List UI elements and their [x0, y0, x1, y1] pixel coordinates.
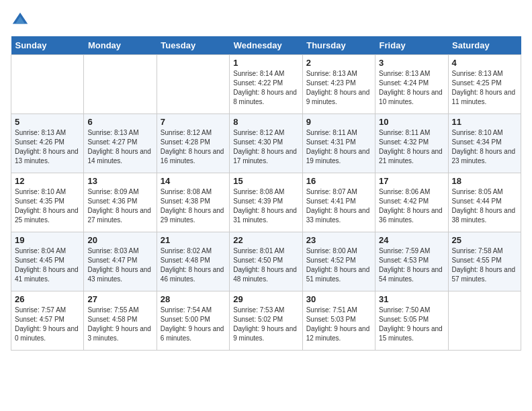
weekday-header-wednesday: Wednesday	[230, 36, 302, 55]
logo	[11, 11, 32, 30]
day-number: 27	[87, 294, 152, 304]
calendar-cell: 24Sunrise: 7:59 AM Sunset: 4:53 PM Dayli…	[375, 232, 448, 291]
calendar-cell: 13Sunrise: 8:09 AM Sunset: 4:36 PM Dayli…	[84, 173, 157, 232]
calendar-cell: 8Sunrise: 8:12 AM Sunset: 4:30 PM Daylig…	[230, 114, 302, 173]
day-number: 22	[233, 235, 298, 245]
day-info: Sunrise: 8:07 AM Sunset: 4:41 PM Dayligh…	[306, 187, 371, 225]
day-number: 4	[452, 58, 517, 68]
calendar-cell: 22Sunrise: 8:01 AM Sunset: 4:50 PM Dayli…	[230, 232, 302, 291]
day-number: 2	[306, 58, 371, 68]
day-info: Sunrise: 8:13 AM Sunset: 4:27 PM Dayligh…	[87, 128, 152, 166]
calendar-cell: 29Sunrise: 7:53 AM Sunset: 5:02 PM Dayli…	[230, 291, 302, 351]
calendar-cell: 25Sunrise: 7:58 AM Sunset: 4:55 PM Dayli…	[448, 232, 521, 291]
weekday-header-tuesday: Tuesday	[157, 36, 229, 55]
day-number: 6	[87, 117, 152, 127]
calendar-cell: 7Sunrise: 8:12 AM Sunset: 4:28 PM Daylig…	[157, 114, 229, 173]
calendar-cell	[11, 55, 84, 114]
weekday-header-thursday: Thursday	[302, 36, 375, 55]
day-number: 29	[233, 294, 298, 304]
calendar-cell: 6Sunrise: 8:13 AM Sunset: 4:27 PM Daylig…	[84, 114, 157, 173]
day-info: Sunrise: 8:00 AM Sunset: 4:52 PM Dayligh…	[306, 246, 371, 284]
day-number: 20	[87, 235, 152, 245]
calendar-cell: 2Sunrise: 8:13 AM Sunset: 4:23 PM Daylig…	[302, 55, 375, 114]
calendar-cell: 5Sunrise: 8:13 AM Sunset: 4:26 PM Daylig…	[11, 114, 84, 173]
day-info: Sunrise: 7:59 AM Sunset: 4:53 PM Dayligh…	[379, 246, 444, 284]
calendar-cell: 4Sunrise: 8:13 AM Sunset: 4:25 PM Daylig…	[448, 55, 521, 114]
calendar-cell: 1Sunrise: 8:14 AM Sunset: 4:22 PM Daylig…	[230, 55, 302, 114]
weekday-header-friday: Friday	[375, 36, 448, 55]
day-info: Sunrise: 8:01 AM Sunset: 4:50 PM Dayligh…	[233, 246, 298, 284]
calendar-cell: 3Sunrise: 8:13 AM Sunset: 4:24 PM Daylig…	[375, 55, 448, 114]
weekday-header-sunday: Sunday	[11, 36, 84, 55]
day-info: Sunrise: 8:13 AM Sunset: 4:23 PM Dayligh…	[306, 69, 371, 107]
day-number: 15	[233, 176, 298, 186]
logo-icon	[11, 11, 30, 30]
calendar-week-row: 12Sunrise: 8:10 AM Sunset: 4:35 PM Dayli…	[11, 173, 521, 232]
day-number: 31	[379, 294, 444, 304]
calendar-cell: 31Sunrise: 7:50 AM Sunset: 5:05 PM Dayli…	[375, 291, 448, 351]
day-number: 5	[15, 117, 80, 127]
day-number: 28	[161, 294, 226, 304]
day-info: Sunrise: 8:09 AM Sunset: 4:36 PM Dayligh…	[87, 187, 152, 225]
calendar-cell: 30Sunrise: 7:51 AM Sunset: 5:03 PM Dayli…	[302, 291, 375, 351]
calendar-cell: 14Sunrise: 8:08 AM Sunset: 4:38 PM Dayli…	[157, 173, 229, 232]
day-info: Sunrise: 8:02 AM Sunset: 4:48 PM Dayligh…	[161, 246, 226, 284]
calendar-cell: 12Sunrise: 8:10 AM Sunset: 4:35 PM Dayli…	[11, 173, 84, 232]
calendar-cell	[448, 291, 521, 351]
day-number: 3	[379, 58, 444, 68]
day-info: Sunrise: 7:58 AM Sunset: 4:55 PM Dayligh…	[452, 246, 517, 284]
day-info: Sunrise: 8:13 AM Sunset: 4:25 PM Dayligh…	[452, 69, 517, 107]
day-number: 18	[452, 176, 517, 186]
calendar-cell: 15Sunrise: 8:08 AM Sunset: 4:39 PM Dayli…	[230, 173, 302, 232]
day-info: Sunrise: 8:05 AM Sunset: 4:44 PM Dayligh…	[452, 187, 517, 225]
day-info: Sunrise: 8:13 AM Sunset: 4:26 PM Dayligh…	[15, 128, 80, 166]
calendar-cell: 23Sunrise: 8:00 AM Sunset: 4:52 PM Dayli…	[302, 232, 375, 291]
day-info: Sunrise: 8:12 AM Sunset: 4:28 PM Dayligh…	[161, 128, 226, 166]
day-number: 1	[233, 58, 298, 68]
day-info: Sunrise: 8:10 AM Sunset: 4:34 PM Dayligh…	[452, 128, 517, 166]
day-info: Sunrise: 7:54 AM Sunset: 5:00 PM Dayligh…	[161, 306, 226, 343]
calendar-week-row: 19Sunrise: 8:04 AM Sunset: 4:45 PM Dayli…	[11, 232, 521, 291]
calendar-week-row: 5Sunrise: 8:13 AM Sunset: 4:26 PM Daylig…	[11, 114, 521, 173]
day-info: Sunrise: 8:04 AM Sunset: 4:45 PM Dayligh…	[15, 246, 80, 284]
day-info: Sunrise: 8:08 AM Sunset: 4:39 PM Dayligh…	[233, 187, 298, 225]
day-number: 17	[379, 176, 444, 186]
day-number: 24	[379, 235, 444, 245]
day-number: 23	[306, 235, 371, 245]
calendar-cell: 17Sunrise: 8:06 AM Sunset: 4:42 PM Dayli…	[375, 173, 448, 232]
calendar-cell	[84, 55, 157, 114]
weekday-header-row: SundayMondayTuesdayWednesdayThursdayFrid…	[11, 36, 521, 55]
calendar-cell: 21Sunrise: 8:02 AM Sunset: 4:48 PM Dayli…	[157, 232, 229, 291]
calendar-cell: 18Sunrise: 8:05 AM Sunset: 4:44 PM Dayli…	[448, 173, 521, 232]
day-number: 9	[306, 117, 371, 127]
page-header	[11, 11, 521, 30]
calendar-cell: 11Sunrise: 8:10 AM Sunset: 4:34 PM Dayli…	[448, 114, 521, 173]
calendar-cell: 27Sunrise: 7:55 AM Sunset: 4:58 PM Dayli…	[84, 291, 157, 351]
day-number: 12	[15, 176, 80, 186]
day-number: 8	[233, 117, 298, 127]
day-info: Sunrise: 7:55 AM Sunset: 4:58 PM Dayligh…	[87, 306, 152, 343]
calendar-week-row: 1Sunrise: 8:14 AM Sunset: 4:22 PM Daylig…	[11, 55, 521, 114]
calendar-cell: 9Sunrise: 8:11 AM Sunset: 4:31 PM Daylig…	[302, 114, 375, 173]
calendar-week-row: 26Sunrise: 7:57 AM Sunset: 4:57 PM Dayli…	[11, 291, 521, 351]
day-number: 25	[452, 235, 517, 245]
day-info: Sunrise: 8:06 AM Sunset: 4:42 PM Dayligh…	[379, 187, 444, 225]
calendar-cell: 28Sunrise: 7:54 AM Sunset: 5:00 PM Dayli…	[157, 291, 229, 351]
day-info: Sunrise: 8:11 AM Sunset: 4:31 PM Dayligh…	[306, 128, 371, 166]
calendar-cell: 20Sunrise: 8:03 AM Sunset: 4:47 PM Dayli…	[84, 232, 157, 291]
day-info: Sunrise: 7:57 AM Sunset: 4:57 PM Dayligh…	[15, 306, 80, 343]
day-number: 21	[161, 235, 226, 245]
weekday-header-monday: Monday	[84, 36, 157, 55]
weekday-header-saturday: Saturday	[448, 36, 521, 55]
day-number: 7	[161, 117, 226, 127]
day-number: 30	[306, 294, 371, 304]
day-info: Sunrise: 7:50 AM Sunset: 5:05 PM Dayligh…	[379, 306, 444, 343]
day-number: 14	[161, 176, 226, 186]
day-number: 11	[452, 117, 517, 127]
day-info: Sunrise: 7:51 AM Sunset: 5:03 PM Dayligh…	[306, 306, 371, 343]
calendar-table: SundayMondayTuesdayWednesdayThursdayFrid…	[11, 36, 521, 351]
day-info: Sunrise: 8:14 AM Sunset: 4:22 PM Dayligh…	[233, 69, 298, 107]
day-info: Sunrise: 8:03 AM Sunset: 4:47 PM Dayligh…	[87, 246, 152, 284]
day-info: Sunrise: 8:10 AM Sunset: 4:35 PM Dayligh…	[15, 187, 80, 225]
day-number: 26	[15, 294, 80, 304]
